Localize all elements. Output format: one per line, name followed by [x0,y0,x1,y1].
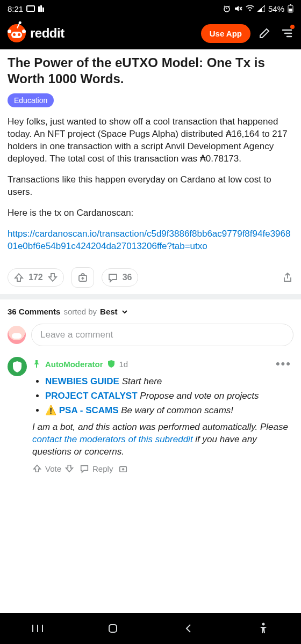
automod-signoff: I am a bot, and this action was performe… [32,421,293,458]
comment-input[interactable]: Leave a comment [31,324,293,346]
downvote-icon[interactable] [64,464,74,473]
comments-pill[interactable]: 36 [102,268,138,287]
battery-text: 54% [268,4,284,13]
svg-rect-4 [42,8,44,12]
edit-icon[interactable] [257,26,272,41]
comment-vote: Vote [32,464,74,473]
nav-home[interactable] [102,618,124,639]
android-nav-bar [0,613,301,644]
automod-link[interactable]: PROJECT CATALYST [45,391,138,401]
sorted-by-label: sorted by [63,307,97,316]
comment-age: 1d [119,360,128,369]
upvote-icon[interactable] [32,464,42,473]
nav-recents[interactable] [27,618,48,639]
alarm-icon [223,5,231,12]
snoo-icon [8,24,26,42]
warning-icon: ⚠️ [45,405,59,415]
svg-rect-2 [38,6,40,12]
svg-rect-1 [27,6,34,11]
list-item: ⚠️ PSA - SCAMS Be wary of common scams! [45,404,293,418]
reddit-logo[interactable]: reddit [8,24,195,42]
wifi-icon [246,5,254,12]
mod-shield-icon [108,360,115,368]
pin-icon [32,360,41,368]
automod-link[interactable]: NEWBIES GUIDE [45,376,119,386]
sort-value[interactable]: Best [100,307,118,316]
contact-mods-link[interactable]: contact the moderators of this subreddit [32,434,193,444]
reply-button[interactable]: Reply [80,464,113,473]
user-avatar[interactable] [8,326,26,344]
award-button[interactable] [71,267,94,288]
add-comment-row: Leave a comment [0,324,301,354]
battery-icon [288,4,293,13]
svg-point-29 [262,623,265,626]
more-icon[interactable]: ••• [276,357,293,371]
comment-list: NEWBIES GUIDE Start here PROJECT CATALYS… [32,375,293,417]
menu-icon[interactable] [278,26,293,41]
post-link[interactable]: https://cardanoscan.io/transaction/c5d9f… [8,229,290,251]
vote-pill: 172 [8,268,64,287]
comment-count: 36 [123,273,132,282]
list-item: PROJECT CATALYST Propose and vote on pro… [45,390,293,403]
list-item: NEWBIES GUIDE Start here [45,375,293,389]
status-time: 8:21 [8,4,23,13]
post-paragraph: Transactions like this happen everyday o… [8,174,293,199]
use-app-button[interactable]: Use App [201,24,250,43]
app-header: reddit Use App [0,17,301,49]
post-flair[interactable]: Education [8,93,54,107]
post-paragraph: Hey folks, just wanted to show off a coo… [8,116,293,165]
upvote-icon[interactable] [13,272,24,283]
comments-header: 36 Comments sorted by Best [0,299,301,324]
nav-accessibility[interactable] [253,618,274,639]
vote-label: Vote [45,464,61,473]
comment: AutoModerator 1d ••• NEWBIES GUIDE Start… [0,354,301,480]
chevron-down-icon[interactable] [121,308,128,316]
comment-actions: Vote Reply [32,458,293,480]
share-button[interactable] [282,272,293,283]
vote-score: 172 [28,273,43,282]
post: The Power of the eUTXO Model: One Tx is … [0,49,301,252]
automod-link[interactable]: PSA - SCAMS [59,405,119,415]
post-body: Hey folks, just wanted to show off a coo… [8,116,293,252]
svg-rect-28 [109,625,117,632]
reddit-wordmark: reddit [30,26,64,41]
svg-rect-14 [289,9,292,12]
android-status-bar: 8:21 54% [0,0,301,17]
svg-rect-13 [290,4,291,5]
svg-rect-3 [40,5,42,12]
award-comment-button[interactable] [118,464,128,473]
commenter-avatar[interactable] [8,357,27,376]
section-divider [0,294,301,299]
comment-author[interactable]: AutoModerator [45,360,103,369]
mute-icon [234,5,242,12]
status-notif-icon [26,5,35,12]
shield-icon [12,360,23,373]
notification-dot-icon [290,25,295,29]
nav-back[interactable] [177,618,199,639]
svg-line-8 [228,6,230,7]
signal-icon [257,5,265,12]
post-paragraph: Here is the tx on Cardanoscan: [8,207,293,219]
comment-meta: AutoModerator 1d ••• [32,357,293,371]
svg-point-11 [249,10,250,11]
downvote-icon[interactable] [47,272,58,283]
post-action-bar: 172 36 [0,261,301,294]
comments-total: 36 Comments [8,307,60,316]
status-notif2-icon [38,5,46,12]
svg-rect-21 [36,364,37,368]
svg-line-7 [224,6,225,7]
post-title: The Power of the eUTXO Model: One Tx is … [8,55,293,87]
